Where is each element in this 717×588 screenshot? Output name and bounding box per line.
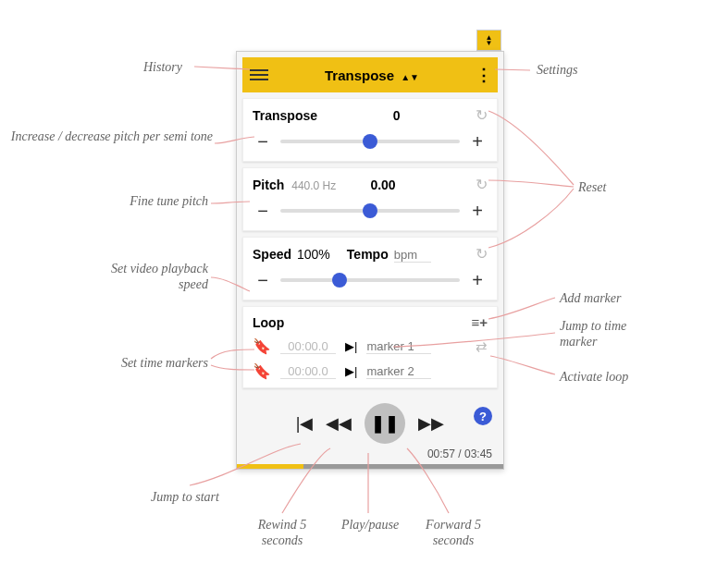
speed-minus-button[interactable]: −	[253, 270, 273, 290]
bookmark-icon[interactable]: 🔖	[253, 337, 271, 355]
transpose-slider[interactable]	[280, 140, 460, 143]
ann-add-marker: Add marker	[560, 291, 622, 307]
speed-label: Speed	[253, 247, 291, 262]
transpose-value: 0	[393, 108, 401, 123]
transpose-widget: Transpose ▲▼ Transpose 0 ↻ − + Pitch 440…	[236, 51, 504, 470]
pitch-minus-button[interactable]: −	[253, 201, 273, 221]
playback-controls: |◀ ◀◀ ❚❚ ▶▶ ?	[237, 394, 503, 447]
speed-slider[interactable]	[280, 278, 460, 282]
marker-name-input[interactable]	[366, 339, 431, 354]
collapse-toggle[interactable]	[476, 30, 501, 51]
ann-jump-marker: Jump to time marker	[560, 319, 652, 350]
pitch-plus-button[interactable]: +	[467, 201, 488, 221]
ann-fine-tune: Fine tune pitch	[88, 194, 208, 210]
speed-plus-button[interactable]: +	[467, 270, 488, 290]
help-button[interactable]: ?	[474, 407, 492, 425]
header-title: Transpose ▲▼	[268, 67, 476, 83]
tempo-input[interactable]	[394, 248, 431, 263]
progress-fill	[237, 464, 303, 469]
play-pause-button[interactable]: ❚❚	[365, 403, 405, 444]
ann-jump-start: Jump to start	[148, 490, 222, 506]
forward-button[interactable]: ▶▶	[418, 413, 444, 434]
marker-name-input[interactable]	[366, 364, 431, 379]
marker-row: 🔖 ▶| ⇄	[253, 337, 488, 355]
ann-forward: Forward 5 seconds	[412, 518, 495, 549]
history-icon[interactable]	[250, 66, 268, 84]
transpose-panel: Transpose 0 ↻ − +	[242, 98, 498, 162]
transpose-plus-button[interactable]: +	[467, 131, 488, 152]
loop-activate-icon[interactable]: ⇄	[476, 338, 488, 355]
reset-icon[interactable]: ↻	[476, 176, 488, 193]
marker-time-input[interactable]	[280, 339, 336, 354]
add-marker-icon[interactable]: ≡+	[471, 314, 488, 330]
speed-value: 100%	[297, 247, 330, 262]
title-arrows: ▲▼	[401, 72, 419, 82]
bookmark-icon[interactable]: 🔖	[253, 362, 271, 380]
rewind-button[interactable]: ◀◀	[326, 413, 352, 434]
pitch-panel: Pitch 440.0 Hz 0.00 ↻ − +	[242, 167, 498, 231]
jump-to-marker-icon[interactable]: ▶|	[345, 364, 357, 378]
title-text: Transpose	[325, 67, 394, 83]
ann-reset: Reset	[578, 180, 606, 196]
ann-history: History	[143, 60, 182, 76]
pitch-value: 0.00	[370, 178, 395, 192]
reset-icon[interactable]: ↻	[476, 106, 488, 124]
ann-pitch-semi: Increase / decrease pitch per semi tone	[9, 129, 213, 145]
speed-thumb[interactable]	[332, 273, 347, 288]
loop-panel: Loop ≡+ 🔖 ▶| ⇄ 🔖 ▶|	[242, 306, 498, 388]
header-bar: Transpose ▲▼	[242, 57, 498, 92]
ann-rewind: Rewind 5 seconds	[245, 518, 319, 549]
transpose-label: Transpose	[253, 108, 317, 123]
transpose-thumb[interactable]	[363, 134, 377, 149]
transpose-minus-button[interactable]: −	[253, 131, 273, 152]
pitch-thumb[interactable]	[363, 203, 377, 218]
marker-row: 🔖 ▶|	[253, 362, 488, 380]
ann-playpause: Play/pause	[328, 518, 412, 533]
pitch-hz: 440.0 Hz	[291, 179, 336, 192]
settings-icon[interactable]	[476, 65, 490, 85]
loop-label: Loop	[253, 315, 284, 330]
timecode: 00:57 / 03:45	[237, 447, 503, 464]
ann-playback-speed: Set video playback speed	[88, 262, 208, 293]
pitch-label: Pitch	[253, 178, 284, 192]
jump-to-start-button[interactable]: |◀	[296, 413, 314, 434]
tempo-label: Tempo	[347, 247, 389, 262]
jump-to-marker-icon[interactable]: ▶|	[345, 339, 357, 353]
ann-activate-loop: Activate loop	[560, 370, 628, 386]
progress-bar[interactable]	[237, 464, 503, 469]
pitch-slider[interactable]	[280, 209, 460, 213]
reset-icon[interactable]: ↻	[476, 245, 488, 263]
ann-set-markers: Set time markers	[88, 356, 208, 372]
speed-panel: Speed 100% Tempo ↻ − +	[242, 237, 498, 300]
marker-time-input[interactable]	[280, 364, 336, 379]
ann-settings: Settings	[537, 63, 577, 79]
